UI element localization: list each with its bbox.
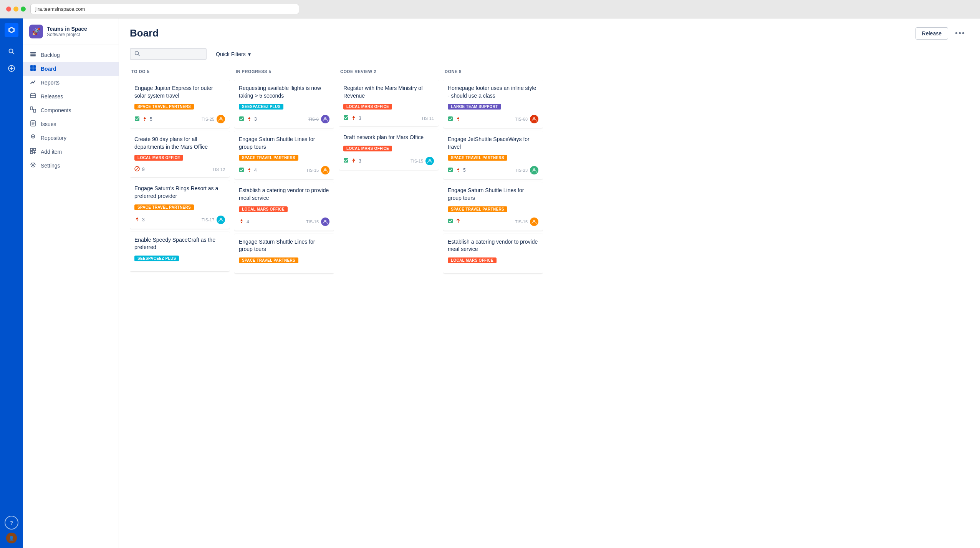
sidebar-item-add-item[interactable]: Add item — [23, 145, 119, 159]
column-todo: TO DO 5Engage Jupiter Express for outer … — [130, 66, 230, 542]
table-row[interactable]: Engage Saturn's Rings Resort as a prefer… — [130, 180, 230, 228]
user-avatar-small[interactable]: 👤 — [6, 533, 17, 543]
icon-bar: ? 👤 — [0, 18, 23, 548]
card-title: Create 90 day plans for all departments … — [134, 136, 225, 151]
priority-icon — [247, 116, 252, 123]
search-icon-bar[interactable] — [5, 45, 18, 58]
table-row[interactable]: Engage JetShuttle SpaceWays for travelSP… — [443, 131, 543, 179]
priority-icon — [247, 167, 252, 174]
sidebar-item-board[interactable]: Board — [23, 62, 119, 76]
svg-rect-11 — [33, 109, 36, 112]
column-cards-todo: Engage Jupiter Express for outer solar s… — [130, 80, 230, 542]
card-id: TIS-15 — [515, 219, 528, 224]
close-dot[interactable] — [6, 7, 11, 12]
svg-rect-2 — [30, 52, 36, 53]
card-title: Engage Saturn's Rings Resort as a prefer… — [134, 185, 225, 200]
app-container: ? 👤 🚀 Teams in Space Software project — [0, 18, 980, 548]
backlog-label: Backlog — [41, 52, 60, 58]
backlog-icon — [29, 51, 37, 59]
card-count: 3 — [359, 116, 361, 121]
card-id: TIS-11 — [421, 116, 434, 121]
search-box[interactable] — [130, 48, 207, 60]
card-meta: 3TIS-11 — [343, 115, 434, 121]
avatar — [425, 157, 434, 165]
releases-icon — [29, 93, 37, 100]
svg-rect-14 — [33, 148, 36, 151]
card-meta: 4TIS-15 — [239, 218, 329, 226]
card-title: Engage Saturn Shuttle Lines for group to… — [239, 238, 329, 253]
quick-filters-label: Quick Filters — [216, 51, 246, 57]
card-label: SEESPACEEZ PLUS — [239, 104, 283, 110]
column-header-done: DONE 8 — [443, 66, 543, 77]
create-icon-bar[interactable] — [5, 61, 18, 75]
sidebar-item-reports[interactable]: Reports — [23, 76, 119, 90]
table-row[interactable]: Establish a catering vendor to provide m… — [443, 234, 543, 273]
sidebar-item-repository[interactable]: Repository — [23, 131, 119, 145]
card-meta: 3TIS-8 — [239, 115, 329, 123]
sidebar-item-issues[interactable]: Issues — [23, 117, 119, 131]
card-count: 5 — [463, 168, 466, 173]
card-meta: TIS-68 — [448, 115, 538, 123]
page-title: Board — [130, 27, 159, 39]
app-logo[interactable] — [5, 23, 18, 37]
reports-label: Reports — [41, 80, 60, 86]
priority-icon — [455, 116, 461, 123]
table-row[interactable]: Engage Saturn Shuttle Lines for group to… — [234, 234, 334, 273]
filters-bar: Quick Filters ▾ — [119, 45, 980, 66]
card-count: 3 — [142, 217, 145, 223]
maximize-dot[interactable] — [21, 7, 26, 12]
card-count: 9 — [142, 167, 145, 172]
more-options-button[interactable]: ••• — [951, 26, 969, 40]
card-label: SPACE TRAVEL PARTNERS — [239, 155, 298, 161]
svg-point-16 — [32, 164, 34, 166]
minimize-dot[interactable] — [13, 7, 18, 12]
table-row[interactable]: Create 90 day plans for all departments … — [130, 131, 230, 177]
icon-bar-bottom: ? 👤 — [5, 516, 18, 543]
quick-filters-button[interactable]: Quick Filters ▾ — [211, 49, 255, 60]
search-input[interactable] — [142, 51, 202, 57]
card-meta: 3TIS-15 — [343, 157, 434, 165]
card-label: SPACE TRAVEL PARTNERS — [134, 104, 194, 110]
card-title: Requesting available flights is now taki… — [239, 85, 329, 100]
board: TO DO 5Engage Jupiter Express for outer … — [130, 66, 969, 542]
card-count: 4 — [247, 219, 249, 224]
card-id: TIS-15 — [306, 219, 319, 224]
card-id: TIS-15 — [306, 168, 319, 173]
issues-label: Issues — [41, 121, 56, 127]
table-row[interactable]: Register with the Mars Ministry of Reven… — [339, 80, 439, 126]
card-id: TIS-23 — [515, 168, 528, 173]
sidebar-item-settings[interactable]: Settings — [23, 159, 119, 173]
table-row[interactable]: Engage Saturn Shuttle Lines for group to… — [234, 131, 334, 179]
card-count: 3 — [254, 116, 257, 122]
column-header-todo: TO DO 5 — [130, 66, 230, 77]
column-cards-codereview: Register with the Mars Ministry of Reven… — [339, 80, 439, 542]
card-label: LOCAL MARS OFFICE — [343, 146, 392, 151]
main-header: Board Release ••• — [119, 18, 980, 45]
components-label: Components — [41, 107, 71, 113]
sidebar-item-components[interactable]: Components — [23, 103, 119, 117]
card-id: TIS-68 — [515, 117, 528, 121]
table-row[interactable]: Homepage footer uses an inline style - s… — [443, 80, 543, 128]
table-row[interactable]: Requesting available flights is now taki… — [234, 80, 334, 128]
release-button[interactable]: Release — [915, 27, 948, 40]
card-label: LARGE TEAM SUPPORT — [448, 104, 501, 110]
table-row[interactable]: Enable Speedy SpaceCraft as the preferre… — [130, 232, 230, 271]
table-row[interactable]: Engage Jupiter Express for outer solar s… — [130, 80, 230, 128]
svg-rect-9 — [30, 94, 36, 98]
priority-icon — [351, 115, 356, 121]
table-row[interactable]: Engage Saturn Shuttle Lines for group to… — [443, 182, 543, 230]
settings-label: Settings — [41, 163, 60, 169]
avatar — [530, 115, 538, 123]
priority-icon — [455, 167, 461, 174]
sidebar-item-releases[interactable]: Releases — [23, 90, 119, 103]
card-label: LOCAL MARS OFFICE — [448, 257, 497, 263]
sidebar-item-backlog[interactable]: Backlog — [23, 48, 119, 62]
table-row[interactable]: Draft network plan for Mars OfficeLOCAL … — [339, 129, 439, 170]
help-icon[interactable]: ? — [5, 516, 18, 530]
column-cards-done: Homepage footer uses an inline style - s… — [443, 80, 543, 542]
issues-icon — [29, 120, 37, 128]
address-bar[interactable]: jira.teamsinspace.com — [30, 4, 299, 14]
repository-label: Repository — [41, 135, 66, 141]
check-icon — [448, 116, 453, 123]
table-row[interactable]: Establish a catering vendor to provide m… — [234, 182, 334, 230]
